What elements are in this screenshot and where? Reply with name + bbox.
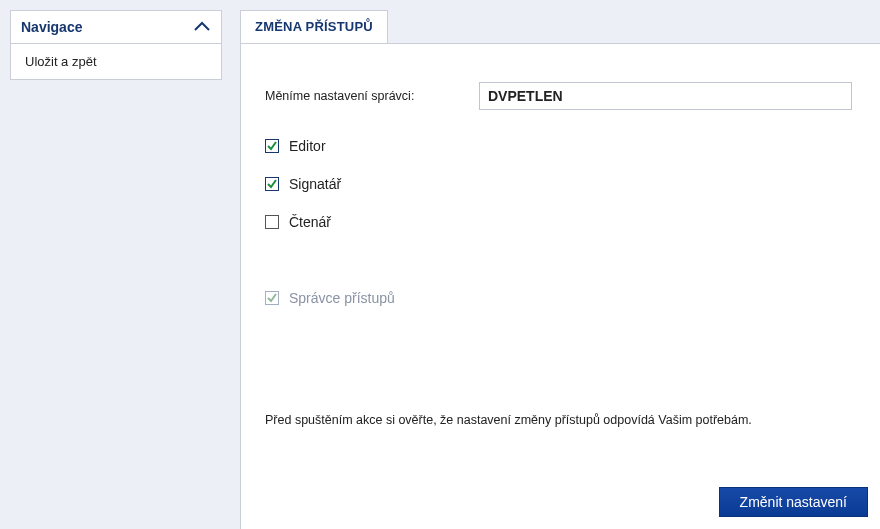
- admin-input[interactable]: [479, 82, 852, 110]
- tab-change-access[interactable]: ZMĚNA PŘÍSTUPŮ: [240, 10, 388, 44]
- checkbox-ctenar[interactable]: [265, 215, 279, 229]
- submit-button[interactable]: Změnit nastavení: [719, 487, 868, 517]
- content-panel: Měníme nastavení správci: Editor Signatá…: [240, 43, 880, 529]
- checkbox-ctenar-label: Čtenář: [289, 214, 331, 230]
- tab-row: ZMĚNA PŘÍSTUPŮ: [240, 10, 880, 44]
- notice-text: Před spuštěním akce si ověřte, že nastav…: [265, 413, 752, 427]
- nav-item-save-back[interactable]: Uložit a zpět: [11, 44, 221, 79]
- checkbox-editor[interactable]: [265, 139, 279, 153]
- nav-panel: Navigace Uložit a zpět: [10, 10, 222, 80]
- nav-title: Navigace: [21, 19, 82, 35]
- chevron-up-icon: [193, 21, 211, 33]
- admin-label: Měníme nastavení správci:: [265, 89, 479, 103]
- checkbox-signatar-label: Signatář: [289, 176, 341, 192]
- checkbox-spravce: [265, 291, 279, 305]
- nav-header[interactable]: Navigace: [11, 11, 221, 44]
- checkbox-editor-label: Editor: [289, 138, 326, 154]
- checkbox-signatar[interactable]: [265, 177, 279, 191]
- checkbox-spravce-label: Správce přístupů: [289, 290, 395, 306]
